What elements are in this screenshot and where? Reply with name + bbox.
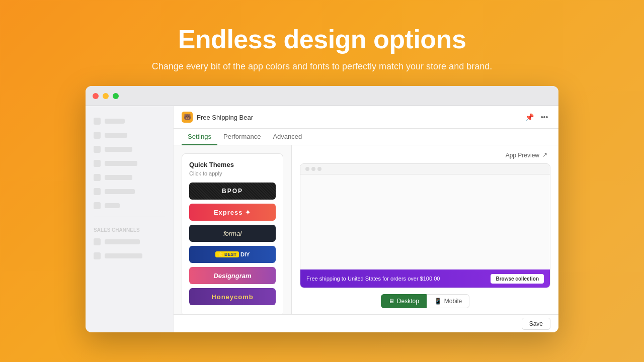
app-name: Free Shipping Bear xyxy=(197,114,253,121)
preview-content: Free shipping to United States for order… xyxy=(300,174,550,288)
theme-bestdiy-label: DIY xyxy=(240,251,250,257)
products-icon xyxy=(94,146,101,153)
sidebar-item-products xyxy=(86,142,173,156)
external-link-icon[interactable]: ↗ xyxy=(542,151,550,159)
tab-performance[interactable]: Performance xyxy=(217,129,267,145)
theme-express[interactable]: Express ✦ xyxy=(189,204,276,221)
preview-dot-2 xyxy=(311,167,315,171)
tab-advanced[interactable]: Advanced xyxy=(267,129,308,145)
sidebar-item-online-store xyxy=(86,235,173,249)
footer-bar: Save xyxy=(174,314,558,332)
sidebar-item-analytics xyxy=(86,170,173,185)
theme-bpop-label: BPOP xyxy=(222,188,243,195)
sidebar-label-orders xyxy=(105,133,127,138)
sidebar-label-online-store xyxy=(105,239,140,244)
analytics-icon xyxy=(94,174,101,181)
theme-honeycomb-label: Honeycomb xyxy=(211,293,253,301)
sidebar-label-analytics xyxy=(105,175,132,180)
pos-icon xyxy=(94,252,101,259)
desktop-view-button[interactable]: 🖥 Desktop xyxy=(381,294,427,308)
theme-formal-label: formal xyxy=(223,230,242,237)
app-title-row: 🐻 Free Shipping Bear xyxy=(182,112,253,123)
window-maximize-dot xyxy=(113,93,119,99)
sidebar-divider xyxy=(94,217,165,217)
theme-honeycomb[interactable]: Honeycomb xyxy=(189,288,276,305)
theme-bestdiy-badge: ⭐ BEST xyxy=(215,251,239,257)
home-icon xyxy=(94,118,101,125)
theme-express-label: Express ✦ xyxy=(214,209,251,216)
preview-label: App Preview xyxy=(506,152,539,159)
pin-button[interactable]: 📌 xyxy=(523,111,535,123)
sidebar-item-point-of-sale xyxy=(86,249,173,263)
mobile-label: Mobile xyxy=(444,298,462,305)
browser-window: SALES CHANNELS 🐻 Free Shipping Bear 📌 xyxy=(86,86,558,332)
sidebar-label-products xyxy=(105,147,132,152)
online-store-icon xyxy=(94,238,101,245)
sidebar-label-pos xyxy=(105,253,142,258)
main-content: 🐻 Free Shipping Bear 📌 ••• Settings Perf… xyxy=(174,106,558,332)
sidebar-label-apps xyxy=(105,203,120,208)
theme-formal[interactable]: formal xyxy=(189,225,276,242)
sidebar: SALES CHANNELS xyxy=(86,106,174,332)
hero-title: Endless design options xyxy=(178,24,466,54)
preview-header: App Preview ↗ xyxy=(300,151,550,159)
sidebar-item-apps xyxy=(86,199,173,213)
window-minimize-dot xyxy=(103,93,109,99)
settings-panel: Quick Themes Click to apply BPOP Express… xyxy=(174,145,292,314)
sidebar-section-label: SALES CHANNELS xyxy=(86,221,173,235)
sidebar-label-home xyxy=(105,119,125,124)
preview-bar-button[interactable]: Browse collection xyxy=(491,274,544,284)
discounts-icon xyxy=(94,188,101,195)
quick-themes-title: Quick Themes xyxy=(189,161,276,168)
sidebar-item-home xyxy=(86,114,173,128)
preview-bar: Free shipping to United States for order… xyxy=(300,269,550,288)
more-options-button[interactable]: ••• xyxy=(538,111,550,123)
sidebar-item-customers xyxy=(86,156,173,170)
preview-panel: App Preview ↗ Free shipping to Unit xyxy=(292,145,558,314)
app-header: 🐻 Free Shipping Bear 📌 ••• xyxy=(174,106,558,129)
preview-bar-text: Free shipping to United States for order… xyxy=(306,276,440,282)
tabs-row: Settings Performance Advanced xyxy=(174,129,558,145)
save-button[interactable]: Save xyxy=(522,318,550,330)
quick-themes-card: Quick Themes Click to apply BPOP Express… xyxy=(182,153,283,314)
header-actions: 📌 ••• xyxy=(523,111,550,123)
window-close-dot xyxy=(93,93,99,99)
sidebar-label-customers xyxy=(105,161,137,166)
browser-chrome xyxy=(86,86,558,106)
mobile-icon: 📱 xyxy=(434,298,442,305)
desktop-icon: 🖥 xyxy=(388,298,394,305)
theme-bestdiy[interactable]: ⭐ BEST DIY xyxy=(189,246,276,263)
quick-themes-subtitle: Click to apply xyxy=(189,170,276,176)
preview-empty-area xyxy=(300,174,550,269)
browser-body: SALES CHANNELS 🐻 Free Shipping Bear 📌 xyxy=(86,106,558,332)
customers-icon xyxy=(94,160,101,167)
theme-bpop[interactable]: BPOP xyxy=(189,183,276,200)
preview-dot-3 xyxy=(317,167,321,171)
hero-subtitle: Change every bit of the app colors and f… xyxy=(152,61,492,72)
mobile-view-button[interactable]: 📱 Mobile xyxy=(427,294,469,308)
apps-icon xyxy=(94,202,101,209)
theme-designgram[interactable]: Designgram xyxy=(189,267,276,284)
theme-designgram-label: Designgram xyxy=(213,272,251,280)
tab-settings[interactable]: Settings xyxy=(182,129,217,145)
view-toggle: 🖥 Desktop 📱 Mobile xyxy=(300,294,550,308)
sidebar-item-orders xyxy=(86,128,173,142)
preview-browser-dots xyxy=(300,164,550,174)
app-icon: 🐻 xyxy=(182,112,193,123)
sidebar-label-discounts xyxy=(105,189,135,194)
preview-browser: Free shipping to United States for order… xyxy=(300,163,550,288)
desktop-label: Desktop xyxy=(397,298,419,305)
orders-icon xyxy=(94,132,101,139)
preview-dot-1 xyxy=(305,167,309,171)
content-area: Quick Themes Click to apply BPOP Express… xyxy=(174,145,558,314)
sidebar-item-discounts xyxy=(86,185,173,199)
